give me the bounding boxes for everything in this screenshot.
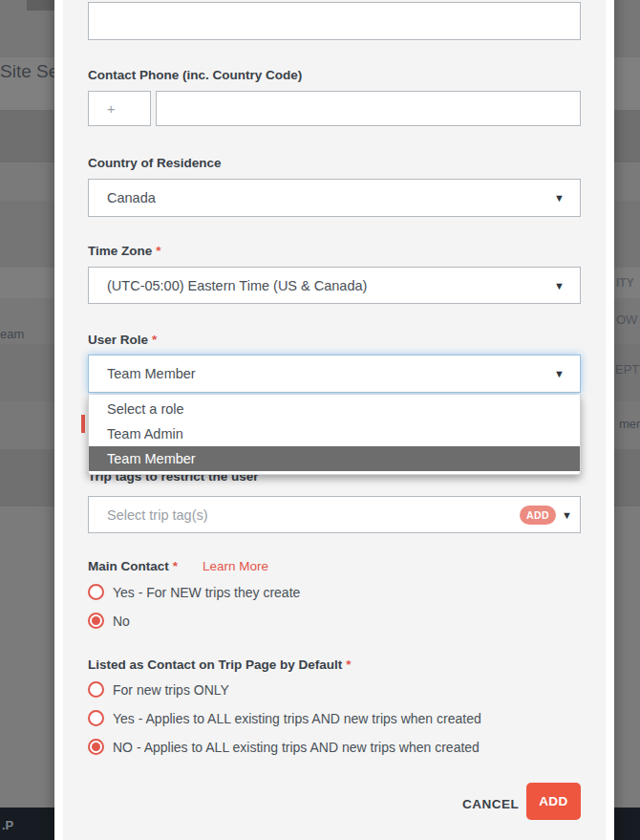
chevron-down-icon[interactable]: ▼ <box>562 509 572 521</box>
user-role-select-value: Team Member <box>107 366 196 381</box>
radio-unchecked-icon[interactable] <box>88 681 104 698</box>
learn-more-link[interactable]: Learn More <box>203 559 268 573</box>
background-table-fragment: OW <box>616 312 637 327</box>
top-text-input[interactable] <box>89 3 580 39</box>
background-footer-text: .P <box>2 818 13 832</box>
required-asterisk: * <box>346 657 351 672</box>
hidden-field-edge-fragment <box>81 415 85 433</box>
required-asterisk: * <box>156 244 160 258</box>
radio-checked-icon[interactable] <box>88 739 104 755</box>
background-column-header-fragment: ITY <box>616 276 634 290</box>
main-contact-option-yes[interactable]: Yes - For NEW trips they create <box>88 584 300 600</box>
main-contact-label: Main Contact* <box>88 559 178 573</box>
main-contact-header: Main Contact* Learn More <box>88 559 268 573</box>
cancel-button[interactable]: CANCEL <box>457 796 524 812</box>
user-role-label-text: User Role <box>88 333 148 347</box>
radio-label: NO - Applies to ALL existing trips AND n… <box>113 740 480 755</box>
chevron-down-icon: ▼ <box>554 368 565 379</box>
background-topbar-patch <box>27 0 54 11</box>
user-role-option-team-admin[interactable]: Team Admin <box>89 421 580 446</box>
radio-label: For new trips ONLY <box>113 682 229 698</box>
trip-tags-add-badge[interactable]: ADD <box>520 506 556 525</box>
contact-phone-label: Contact Phone (inc. Country Code) <box>88 68 302 82</box>
user-role-option-team-member[interactable]: Team Member <box>89 446 580 471</box>
country-label: Country of Residence <box>88 156 222 170</box>
radio-unchecked-icon[interactable] <box>88 584 104 600</box>
top-text-field <box>88 2 581 40</box>
add-button[interactable]: ADD <box>526 783 581 820</box>
chevron-down-icon: ▼ <box>554 280 565 291</box>
radio-label: No <box>113 614 130 629</box>
screen: Site Set eam ITY OW EPTE mer .P Contact … <box>0 0 640 840</box>
radio-unchecked-icon[interactable] <box>88 710 104 726</box>
user-role-option-select-a-role[interactable]: Select a role <box>89 397 580 421</box>
background-table-fragment: EPTE <box>615 362 640 377</box>
trip-tags-input[interactable] <box>89 497 580 532</box>
phone-prefix-input[interactable] <box>89 92 150 125</box>
radio-checked-icon[interactable] <box>88 613 104 629</box>
user-role-dropdown-list: Select a role Team Admin Team Member <box>88 395 581 475</box>
timezone-label-text: Time Zone <box>88 244 152 258</box>
timezone-label: Time Zone* <box>88 244 161 258</box>
listed-contact-option-yes-all[interactable]: Yes - Applies to ALL existing trips AND … <box>88 710 481 726</box>
timezone-select-value: (UTC-05:00) Eastern Time (US & Canada) <box>107 278 367 293</box>
main-contact-option-no[interactable]: No <box>88 613 130 629</box>
phone-number-input[interactable] <box>157 92 580 125</box>
listed-contact-option-new-only[interactable]: For new trips ONLY <box>88 681 229 698</box>
country-select[interactable]: Canada ▼ <box>88 179 581 217</box>
phone-prefix-field <box>88 91 151 126</box>
background-table-fragment: mer <box>619 417 640 431</box>
radio-label: Yes - For NEW trips they create <box>113 585 300 600</box>
main-contact-label-text: Main Contact <box>88 559 169 573</box>
country-select-value: Canada <box>107 190 156 205</box>
user-role-label: User Role* <box>88 333 157 347</box>
trip-tags-field: ADD ▼ <box>88 496 581 533</box>
radio-label: Yes - Applies to ALL existing trips AND … <box>113 711 481 726</box>
phone-number-field <box>156 91 581 126</box>
chevron-down-icon: ▼ <box>554 192 565 204</box>
listed-contact-label-text: Listed as Contact on Trip Page by Defaul… <box>88 657 342 672</box>
listed-contact-label: Listed as Contact on Trip Page by Defaul… <box>88 657 352 672</box>
required-asterisk: * <box>152 333 157 347</box>
background-team-text: eam <box>0 327 24 341</box>
timezone-select[interactable]: (UTC-05:00) Eastern Time (US & Canada) ▼ <box>88 267 581 304</box>
required-asterisk: * <box>173 559 178 573</box>
user-role-select[interactable]: Team Member ▼ <box>88 355 581 393</box>
listed-contact-option-no-all[interactable]: NO - Applies to ALL existing trips AND n… <box>88 739 480 755</box>
